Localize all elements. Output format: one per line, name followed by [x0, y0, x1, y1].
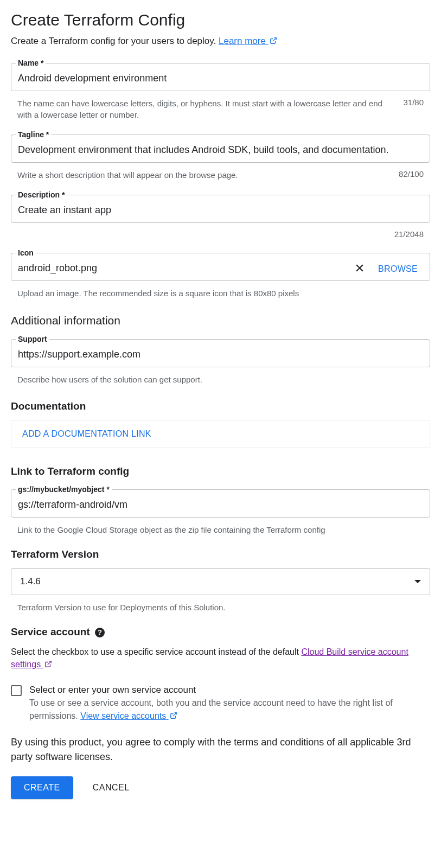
- tagline-field: Tagline *: [11, 130, 430, 163]
- name-label: Name *: [16, 59, 46, 67]
- tagline-helper: Write a short description that will appe…: [17, 169, 399, 181]
- icon-clear-button[interactable]: [349, 259, 370, 279]
- icon-field: Icon BROWSE: [11, 248, 430, 281]
- icon-browse-button[interactable]: BROWSE: [370, 260, 425, 278]
- svg-line-3: [47, 661, 50, 665]
- icon-label: Icon: [16, 248, 36, 257]
- service-account-heading: Service account ?: [11, 626, 430, 638]
- icon-helper: Upload an image. The recommended size is…: [11, 285, 430, 299]
- config-link-field: gs://mybucket/myobject *: [11, 485, 430, 518]
- name-field: Name *: [11, 59, 430, 91]
- add-documentation-link-button[interactable]: ADD A DOCUMENTATION LINK: [22, 429, 151, 439]
- close-icon: [354, 263, 365, 273]
- description-helper: [17, 229, 394, 239]
- service-account-checkbox-row: Select or enter your own service account…: [11, 685, 430, 722]
- config-link-helper: Link to the Google Cloud Storage object …: [11, 522, 430, 535]
- page-title: Create Terraform Config: [11, 11, 430, 29]
- chevron-down-icon: [414, 580, 421, 583]
- support-label: Support: [16, 335, 49, 343]
- support-helper: Describe how users of the solution can g…: [11, 372, 430, 385]
- description-counter: 21/2048: [394, 229, 424, 239]
- description-field: Description *: [11, 190, 430, 223]
- external-link-icon: [170, 712, 177, 719]
- view-service-accounts-link[interactable]: View service accounts: [80, 711, 177, 720]
- additional-info-heading: Additional information: [11, 314, 430, 327]
- external-link-icon: [270, 37, 277, 44]
- documentation-heading: Documentation: [11, 400, 430, 412]
- config-link-label: gs://mybucket/myobject *: [16, 485, 112, 494]
- svg-line-4: [173, 712, 176, 716]
- description-label: Description *: [16, 190, 67, 199]
- tagline-label: Tagline *: [16, 130, 51, 139]
- create-button[interactable]: CREATE: [11, 776, 73, 799]
- svg-line-0: [273, 38, 276, 41]
- help-icon[interactable]: ?: [95, 628, 105, 637]
- link-terraform-heading: Link to Terraform config: [11, 465, 430, 477]
- terraform-version-heading: Terraform Version: [11, 548, 430, 560]
- agreement-text: By using this product, you agree to comp…: [11, 735, 430, 764]
- cancel-button[interactable]: CANCEL: [88, 776, 134, 799]
- learn-more-link[interactable]: Learn more: [219, 36, 277, 46]
- description-input[interactable]: [11, 199, 430, 222]
- tagline-counter: 82/100: [399, 169, 424, 181]
- name-counter: 31/80: [403, 98, 424, 120]
- terraform-version-helper: Terraform Version to use for Deployments…: [11, 599, 430, 613]
- service-account-checkbox-desc: To use or see a service account, both yo…: [29, 697, 430, 722]
- subtitle-text: Create a Terraform config for your users…: [11, 36, 219, 46]
- icon-input[interactable]: [11, 257, 349, 280]
- service-account-checkbox[interactable]: [11, 685, 22, 696]
- support-field: Support: [11, 335, 430, 367]
- config-link-input[interactable]: [11, 494, 430, 517]
- name-helper: The name can have lowercase letters, dig…: [17, 98, 403, 120]
- support-input[interactable]: [11, 343, 430, 367]
- external-link-icon: [44, 660, 52, 668]
- documentation-box: ADD A DOCUMENTATION LINK: [11, 420, 430, 448]
- button-row: CREATE CANCEL: [11, 776, 430, 799]
- terraform-version-value: 1.4.6: [20, 576, 41, 587]
- terraform-version-select[interactable]: 1.4.6: [11, 568, 430, 595]
- name-input[interactable]: [11, 67, 430, 91]
- tagline-input[interactable]: [11, 139, 430, 162]
- service-account-checkbox-label: Select or enter your own service account: [29, 685, 430, 695]
- service-account-description: Select the checkbox to use a specific se…: [11, 646, 430, 671]
- page-subtitle: Create a Terraform config for your users…: [11, 36, 430, 47]
